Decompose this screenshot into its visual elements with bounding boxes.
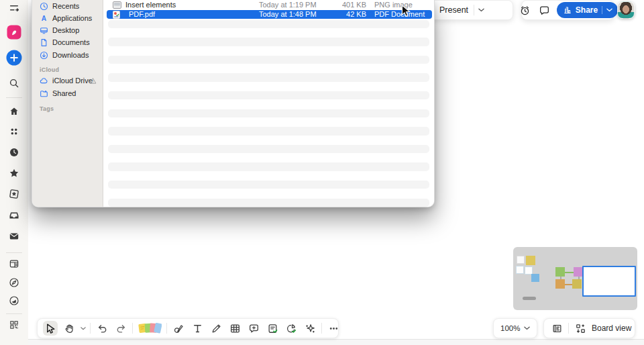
comment-tool-button[interactable] (246, 321, 261, 336)
sidebar-item-documents[interactable]: Documents (32, 36, 103, 48)
minimap-viewport[interactable] (582, 266, 636, 297)
undo-button[interactable] (95, 321, 109, 336)
create-plus-button[interactable] (7, 50, 22, 66)
ellipsis-icon (328, 323, 339, 334)
zoom-chevron-icon[interactable] (524, 326, 530, 330)
empty-row-stripe (108, 145, 429, 154)
favorites-star-icon[interactable] (9, 168, 19, 179)
timer-button[interactable] (518, 3, 533, 17)
image-file-icon (113, 1, 121, 9)
sticky-notes-icon (138, 322, 162, 335)
minimap-scrollbar[interactable] (523, 297, 536, 300)
more-tools-button[interactable] (326, 321, 341, 336)
warning-icon (89, 77, 97, 85)
dialog-file-list[interactable]: Insert elements Today at 1:19 PM 401 KB … (103, 0, 434, 207)
sticky-note-tool-button[interactable] (137, 321, 162, 336)
sidebar-item-applications[interactable]: A Applications (32, 12, 103, 24)
minimap-shape (555, 279, 565, 289)
file-kind: PDF Document (374, 10, 425, 19)
collaboration-toolbar-card: Share (521, 0, 614, 20)
sidebar-item-icloud-drive[interactable]: iCloud Drive (32, 75, 103, 87)
text-tool-button[interactable] (190, 321, 205, 336)
document-icon (39, 38, 48, 47)
file-row-pdf[interactable]: PDF.pdf Today at 1:48 PM 42 KB PDF Docum… (107, 10, 432, 19)
pen-tool-button[interactable] (209, 321, 223, 336)
sidebar-item-downloads[interactable]: Downloads (32, 49, 103, 61)
qr-code-icon[interactable] (9, 320, 19, 330)
file-row-insert-elements[interactable]: Insert elements Today at 1:19 PM 401 KB … (103, 1, 434, 10)
ai-assist-tool-button[interactable] (303, 321, 317, 336)
minimap-shape (526, 256, 535, 265)
home-icon[interactable] (9, 106, 19, 117)
sidebar-toggle-icon[interactable] (9, 3, 20, 14)
sidebar-item-desktop[interactable]: Desktop (32, 24, 103, 36)
mail-icon[interactable] (9, 231, 19, 242)
present-options-chevron-icon[interactable] (478, 8, 484, 12)
search-icon[interactable] (9, 78, 19, 89)
miro-logo (7, 26, 21, 40)
shapes-tool-button[interactable] (171, 321, 186, 336)
share-options-chevron-icon[interactable] (606, 8, 612, 12)
present-label: Present (439, 5, 468, 15)
file-date: Today at 1:48 PM (259, 10, 317, 19)
app-sidebar (0, 0, 28, 345)
zoom-level: 100% (500, 324, 520, 332)
ai-sparkle-icon (305, 323, 316, 334)
redo-icon (115, 323, 127, 334)
toolbar-divider (321, 323, 322, 334)
user-avatar[interactable] (617, 1, 635, 19)
sidebar-item-label: Shared (52, 89, 76, 97)
comments-button[interactable] (537, 3, 552, 17)
cloud-icon (39, 77, 48, 85)
share-button[interactable]: Share (557, 2, 618, 18)
templates-tool-button[interactable] (265, 321, 280, 336)
sidebar-section-tags: Tags (40, 105, 54, 112)
select-tool-button[interactable] (43, 321, 58, 336)
apps-grid-icon[interactable] (9, 126, 19, 137)
board-view-icon (574, 321, 587, 336)
profile-circle-icon[interactable] (9, 295, 19, 306)
redo-button[interactable] (113, 321, 128, 336)
comment-plus-icon (248, 323, 260, 334)
zoom-control[interactable]: 100% (493, 318, 537, 338)
boards-panel-icon[interactable] (9, 258, 19, 269)
sidebar-item-shared[interactable]: Shared (32, 87, 103, 99)
miro-app-icon[interactable] (7, 26, 21, 40)
table-icon (229, 323, 241, 334)
toolbar-divider (90, 323, 91, 334)
toolbar-bottom (37, 318, 339, 338)
sidebar-item-label: Documents (52, 38, 90, 46)
downloads-icon (39, 51, 48, 60)
app-window: Present Share (0, 0, 644, 345)
sidebar-item-recents[interactable]: Recents (32, 0, 103, 12)
explore-compass-icon[interactable] (9, 277, 19, 288)
minimap-shape (555, 267, 565, 277)
empty-row-stripe (108, 199, 429, 207)
recent-icon[interactable] (9, 147, 19, 158)
toolbar-divider (132, 323, 133, 334)
charts-tool-button[interactable] (284, 321, 299, 336)
comments-icon (539, 5, 550, 16)
empty-row-stripe (108, 38, 429, 46)
toolbar-divider (166, 323, 167, 334)
starred-board-icon[interactable] (8, 188, 20, 200)
applications-icon: A (39, 14, 48, 23)
file-name: PDF.pdf (129, 10, 155, 19)
select-cursor-icon (45, 323, 56, 334)
window-bottom-edge (0, 339, 644, 345)
sidebar-item-label: Downloads (52, 51, 89, 59)
minimap[interactable] (513, 247, 637, 310)
hand-tool-chevron-icon[interactable] (80, 327, 86, 330)
inbox-icon[interactable] (9, 210, 19, 221)
hand-tool-button[interactable] (62, 321, 76, 336)
empty-row-stripe (108, 20, 429, 29)
sidebar-item-label: iCloud Drive (52, 77, 93, 85)
table-tool-button[interactable] (227, 321, 242, 336)
file-size: 401 KB (326, 1, 366, 9)
empty-row-stripe (108, 162, 429, 171)
sidebar-divider (6, 252, 22, 253)
sidebar-item-label: Applications (52, 14, 92, 22)
view-label: Board view (592, 324, 631, 333)
frames-button[interactable] (550, 321, 564, 336)
empty-row-stripe (108, 109, 429, 118)
